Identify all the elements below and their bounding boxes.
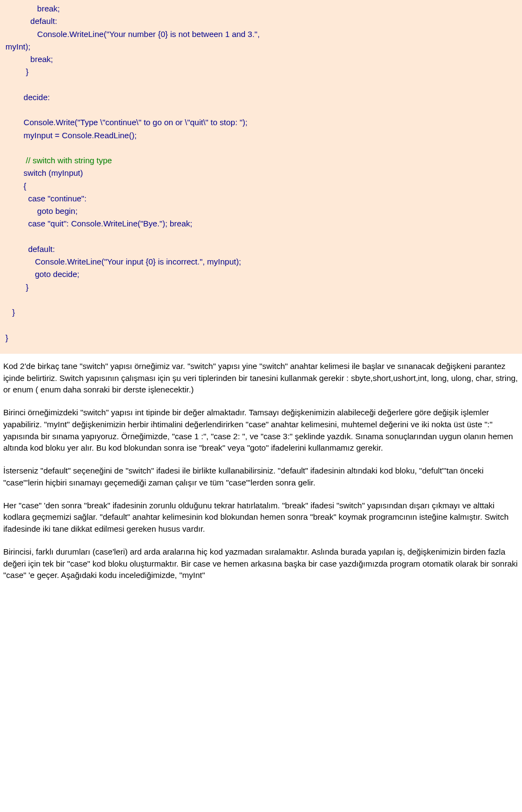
- code-line: {: [5, 181, 26, 190]
- paragraph: Her "case" 'den sonra "break" ifadesinin…: [3, 500, 519, 535]
- code-line: Console.WriteLine("Your number {0} is no…: [5, 29, 260, 39]
- code-line: }: [5, 307, 15, 317]
- code-line: myInt);: [5, 42, 30, 51]
- code-line: }: [5, 282, 29, 292]
- code-line: Console.Write("Type \"continue\" to go o…: [5, 118, 247, 127]
- prose-section: Kod 2'de birkaç tane "switch" yapısı örn…: [0, 354, 522, 588]
- code-line: switch (myInput): [5, 168, 83, 177]
- code-line: [5, 156, 26, 165]
- code-line: goto decide;: [5, 269, 79, 279]
- code-line: default:: [5, 244, 55, 254]
- code-line: default:: [5, 16, 57, 26]
- code-line: break;: [5, 4, 60, 13]
- paragraph: İsterseniz "default" seçeneğini de "swit…: [3, 465, 519, 489]
- paragraph: Birinci örneğimizdeki "switch" yapısı in…: [3, 407, 519, 454]
- code-line: break;: [5, 54, 53, 64]
- code-line: goto begin;: [5, 206, 78, 216]
- paragraph: Kod 2'de birkaç tane "switch" yapısı örn…: [3, 360, 519, 396]
- code-block: break; default: Console.WriteLine("Your …: [0, 0, 522, 354]
- code-line: myInput = Console.ReadLine();: [5, 131, 136, 140]
- code-line: }: [5, 67, 29, 76]
- code-line: }: [5, 333, 8, 342]
- code-line: Console.WriteLine("Your input {0} is inc…: [5, 257, 241, 266]
- code-comment: // switch with string type: [26, 156, 112, 165]
- paragraph: Birincisi, farklı durumları (case'leri) …: [3, 546, 519, 581]
- code-line: case "quit": Console.WriteLine("Bye."); …: [5, 219, 192, 228]
- code-line: decide:: [5, 93, 50, 102]
- code-line: case "continue":: [5, 194, 86, 203]
